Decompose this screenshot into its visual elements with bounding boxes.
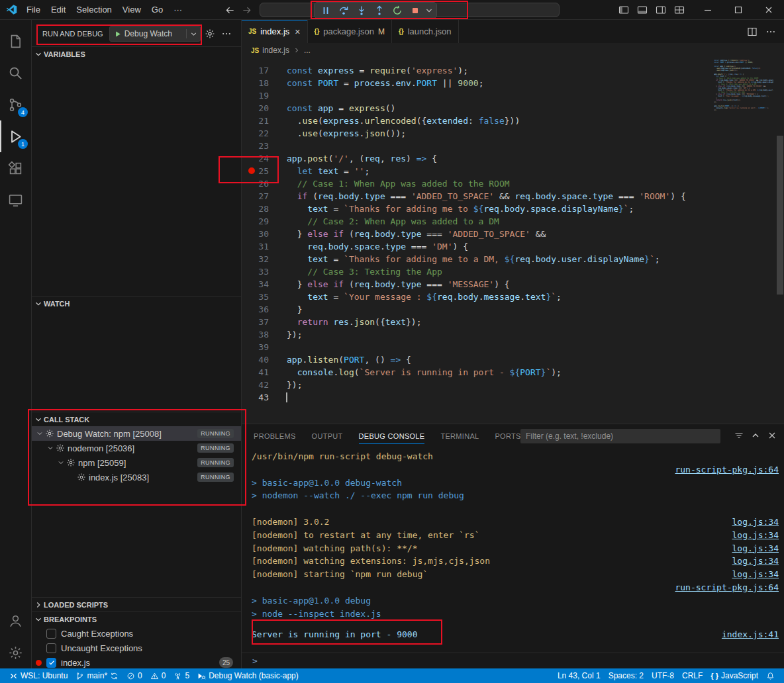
line-number[interactable]: 34 bbox=[242, 278, 278, 291]
status-wsl-ubuntu[interactable]: WSL: Ubuntu bbox=[5, 668, 72, 683]
debug-settings-gear-icon[interactable] bbox=[203, 26, 217, 41]
line-number[interactable]: 17 bbox=[242, 64, 278, 77]
code-editor[interactable]: 1718192021222324252627282930313233343536… bbox=[242, 58, 784, 424]
console-source-link[interactable]: log.js:34 bbox=[732, 555, 779, 568]
status-bell[interactable] bbox=[762, 668, 779, 683]
close-tab-icon[interactable]: × bbox=[295, 27, 300, 36]
step-over-button[interactable] bbox=[335, 3, 352, 17]
console-source-link[interactable]: log.js:34 bbox=[732, 529, 779, 542]
back-arrow-icon[interactable] bbox=[225, 5, 235, 15]
status-ln-43-col-1[interactable]: Ln 43, Col 1 bbox=[554, 668, 605, 683]
line-number[interactable]: 29 bbox=[242, 215, 278, 228]
breakpoint-row[interactable]: index.js25 bbox=[32, 655, 241, 668]
line-number[interactable]: 31 bbox=[242, 240, 278, 253]
editor-gutter[interactable]: 1718192021222324252627282930313233343536… bbox=[242, 64, 278, 404]
line-number[interactable]: 28 bbox=[242, 203, 278, 215]
pause-button[interactable] bbox=[317, 3, 334, 17]
restart-button[interactable] bbox=[389, 3, 406, 17]
panel-tab-output[interactable]: OUTPUT bbox=[312, 424, 343, 447]
activity-explorer[interactable] bbox=[0, 25, 31, 57]
line-number[interactable]: 23 bbox=[242, 140, 278, 152]
filter-lines-button[interactable] bbox=[734, 430, 744, 441]
activity-remote-explorer[interactable] bbox=[0, 184, 31, 216]
console-source-link[interactable]: log.js:34 bbox=[732, 516, 779, 529]
line-number[interactable]: 43 bbox=[242, 391, 278, 404]
start-debug-icon[interactable] bbox=[113, 30, 122, 38]
line-number[interactable]: 33 bbox=[242, 265, 278, 278]
breadcrumb[interactable]: JS index.js ... bbox=[242, 43, 784, 58]
layout-sidebar-right-button[interactable] bbox=[653, 2, 669, 18]
line-number[interactable]: 24 bbox=[242, 152, 278, 165]
editor-scrollbar[interactable] bbox=[777, 136, 783, 295]
section-loaded-scripts[interactable]: LOADED SCRIPTS bbox=[32, 597, 241, 612]
console-source-link[interactable]: log.js:34 bbox=[732, 568, 779, 581]
line-number[interactable]: 19 bbox=[242, 89, 278, 102]
callstack-row[interactable]: index.js [25083]RUNNING bbox=[32, 470, 241, 484]
line-number[interactable]: 32 bbox=[242, 253, 278, 265]
status-utf-8[interactable]: UTF-8 bbox=[648, 668, 678, 683]
checkbox[interactable] bbox=[46, 643, 56, 653]
layout-grid-button[interactable] bbox=[671, 2, 687, 18]
activity-extensions[interactable] bbox=[0, 152, 31, 184]
tab-index-js[interactable]: JSindex.js× bbox=[242, 20, 308, 43]
menu-selection[interactable]: Selection bbox=[71, 3, 117, 17]
chevron-up-button[interactable] bbox=[750, 430, 761, 441]
breakpoint-glyph[interactable] bbox=[248, 167, 255, 174]
line-number[interactable]: 30 bbox=[242, 228, 278, 240]
line-number[interactable]: 18 bbox=[242, 77, 278, 89]
editor-content[interactable]: const express = require('express');const… bbox=[287, 64, 711, 404]
line-number[interactable]: 35 bbox=[242, 291, 278, 303]
line-number[interactable]: 39 bbox=[242, 341, 278, 353]
callstack-row[interactable]: Debug Watch: npm [25008]RUNNING bbox=[32, 426, 241, 441]
console-source-link[interactable]: run-script-pkg.js:64 bbox=[675, 463, 779, 477]
activity-settings[interactable] bbox=[0, 637, 31, 668]
section-breakpoints[interactable]: BREAKPOINTS bbox=[32, 612, 241, 626]
chevron-down-icon[interactable] bbox=[189, 30, 198, 38]
status-0[interactable]: 0 bbox=[122, 668, 146, 683]
status-crlf[interactable]: CRLF bbox=[678, 668, 707, 683]
status-5[interactable]: 5 bbox=[170, 668, 193, 683]
breakpoint-row[interactable]: Uncaught Exceptions bbox=[32, 641, 241, 655]
status-javascript[interactable]: { }JavaScript bbox=[707, 668, 762, 683]
panel-tab-debug-console[interactable]: DEBUG CONSOLE bbox=[359, 424, 425, 447]
breadcrumb-more[interactable]: ... bbox=[304, 46, 311, 55]
line-number[interactable]: 26 bbox=[242, 177, 278, 190]
status-main-[interactable]: main* bbox=[72, 668, 122, 683]
activity-source-control[interactable]: 4 bbox=[0, 89, 31, 120]
callstack-row[interactable]: nodemon [25036]RUNNING bbox=[32, 441, 241, 455]
split-editor-icon[interactable] bbox=[747, 26, 758, 37]
step-into-button[interactable] bbox=[353, 3, 370, 17]
debug-console[interactable]: /usr/bin/npm run-script debug-watchrun-s… bbox=[242, 449, 784, 653]
activity-accounts[interactable] bbox=[0, 605, 31, 637]
line-number[interactable]: 27 bbox=[242, 190, 278, 203]
line-number[interactable]: 22 bbox=[242, 127, 278, 140]
debug-launch-picker[interactable]: Debug Watch bbox=[109, 26, 201, 42]
toolbar-chevron-button[interactable] bbox=[424, 3, 434, 17]
activity-search[interactable] bbox=[0, 57, 31, 89]
line-number[interactable]: 36 bbox=[242, 303, 278, 316]
menu-view[interactable]: View bbox=[117, 3, 146, 17]
breadcrumb-file[interactable]: index.js bbox=[262, 46, 289, 55]
line-number[interactable]: 37 bbox=[242, 316, 278, 328]
activity-run-and-debug[interactable]: 1 bbox=[0, 120, 31, 152]
checkbox[interactable] bbox=[46, 629, 56, 639]
menu-go[interactable]: Go bbox=[146, 3, 168, 17]
line-number[interactable]: 42 bbox=[242, 379, 278, 391]
close-window-button[interactable] bbox=[767, 430, 777, 441]
minimap[interactable]: const express = require('express');const… bbox=[714, 60, 773, 113]
panel-tab-problems[interactable]: PROBLEMS bbox=[254, 424, 296, 447]
line-number[interactable]: 38 bbox=[242, 328, 278, 341]
section-call-stack[interactable]: CALL STACK bbox=[32, 412, 241, 426]
line-number[interactable]: 40 bbox=[242, 353, 278, 366]
line-number[interactable]: 21 bbox=[242, 114, 278, 127]
breakpoint-row[interactable]: Caught Exceptions bbox=[32, 626, 241, 641]
console-source-link[interactable]: run-script-pkg.js:64 bbox=[675, 581, 779, 594]
minimize-button[interactable] bbox=[693, 0, 723, 20]
stop-button[interactable] bbox=[407, 3, 424, 17]
tab-package-json[interactable]: {}package.jsonM bbox=[308, 20, 392, 43]
more-actions-icon[interactable] bbox=[219, 26, 234, 41]
menu-more[interactable]: ··· bbox=[168, 3, 187, 17]
layout-sidebar-left-button[interactable] bbox=[616, 2, 632, 18]
section-watch[interactable]: WATCH bbox=[32, 296, 241, 310]
status-spaces-2[interactable]: Spaces: 2 bbox=[605, 668, 648, 683]
